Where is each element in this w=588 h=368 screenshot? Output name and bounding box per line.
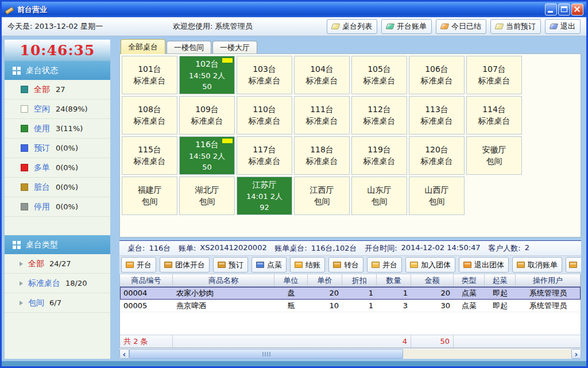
toolbar-button-checkout[interactable]: 结账 — [290, 257, 325, 273]
column-header-0[interactable]: 商品编号 — [120, 274, 173, 286]
status-item-all[interactable]: 全部27 — [5, 80, 110, 99]
table-cell-open-info: 14:01 2人 — [246, 191, 283, 202]
table-grid: 101台标准桌台102台14:50 2人50103台标准桌台104台标准桌台10… — [119, 53, 581, 237]
join-group-icon — [410, 262, 418, 268]
toolbar-button-label: 点菜 — [267, 260, 282, 270]
scroll-right-button[interactable]: › — [571, 349, 581, 359]
table-cell-104台[interactable]: 104台标准桌台 — [294, 56, 350, 94]
table-cell-107台[interactable]: 107台标准桌台 — [466, 56, 522, 94]
toolbar-button-cancel-bill[interactable]: 取消账单 — [512, 257, 562, 273]
column-header-5[interactable]: 数量 — [377, 274, 411, 286]
table-cell-安徽厅[interactable]: 安徽厅包间 — [466, 136, 522, 175]
table-cell-113台[interactable]: 113台标准桌台 — [409, 96, 465, 135]
table-cell-湖北厅[interactable]: 湖北厅包间 — [179, 177, 235, 215]
tab-all-tables[interactable]: 全部桌台 — [121, 39, 165, 54]
table-cell-109台[interactable]: 109台标准桌台 — [179, 96, 235, 135]
table-cell-103台[interactable]: 103台标准桌台 — [237, 56, 292, 94]
order-row-1[interactable]: 00005燕京啤酒瓶101330点菜即起系统管理员 — [120, 300, 581, 312]
status-item-disabled[interactable]: 停用0(0%) — [5, 197, 110, 217]
column-header-3[interactable]: 单价 — [308, 274, 342, 286]
table-cell-type: 标准桌台 — [421, 116, 453, 126]
column-header-2[interactable]: 单位 — [274, 274, 308, 286]
table-cell-108台[interactable]: 108台标准桌台 — [122, 96, 177, 135]
close-button[interactable] — [571, 3, 583, 16]
toolbar-button-open-table[interactable]: 开台 — [121, 257, 156, 273]
table-cell-101台[interactable]: 101台标准桌台 — [122, 56, 177, 94]
status-item-free[interactable]: 空闲24(89%) — [5, 99, 110, 119]
tab-floor1-hall[interactable]: 一楼大厅 — [212, 41, 257, 54]
sidebar-filler — [5, 313, 110, 359]
topbar-button-label: 退出 — [560, 21, 575, 32]
table-cell-117台[interactable]: 117台标准桌台 — [237, 136, 292, 175]
status-item-in-use[interactable]: 使用3(11%) — [5, 119, 110, 139]
table-cell-111台[interactable]: 111台标准桌台 — [294, 96, 350, 135]
toolbar-button-group-open[interactable]: 团体开台 — [160, 257, 210, 273]
toolbar-button-partial[interactable] — [566, 257, 581, 273]
table-cell-amount: 50 — [202, 163, 212, 171]
status-swatch-disabled — [21, 203, 28, 210]
table-cell-115台[interactable]: 115台标准桌台 — [122, 136, 177, 175]
table-cell-name: 118台 — [310, 145, 334, 155]
table-cell-name: 113台 — [425, 105, 448, 115]
table-cell-110台[interactable]: 110台标准桌台 — [237, 96, 292, 135]
minimize-button[interactable] — [545, 3, 557, 16]
order-row-0[interactable]: 00004农家小炒肉盘201120点菜即起系统管理员 — [120, 287, 581, 300]
type-item-all-types[interactable]: 全部24/27 — [5, 254, 110, 274]
scrollbar-thumb[interactable] — [129, 349, 403, 359]
table-cell-name: 104台 — [310, 64, 334, 75]
table-cell-120台[interactable]: 120台标准桌台 — [409, 136, 465, 175]
info-field-label: 账单桌台: — [274, 243, 307, 254]
topbar-button-exit[interactable]: 退出 — [545, 19, 581, 34]
toolbar-button-transfer-table[interactable]: 转台 — [328, 257, 363, 273]
status-item-multi-bill[interactable]: 多单0(0%) — [5, 158, 110, 178]
status-value: 3(11%) — [56, 124, 83, 133]
topbar-button-current-reservations[interactable]: 当前预订 — [490, 19, 541, 34]
column-header-9[interactable]: 操作用户 — [516, 274, 581, 286]
topbar-button-table-list[interactable]: 桌台列表 — [327, 19, 377, 34]
table-cell-102台[interactable]: 102台14:50 2人50 — [179, 56, 235, 94]
table-cell-119台[interactable]: 119台标准桌台 — [351, 136, 407, 175]
table-cell-118台[interactable]: 118台标准桌台 — [294, 136, 350, 175]
toolbar-button-reserve[interactable]: 预订 — [213, 257, 248, 273]
maximize-button[interactable] — [558, 3, 570, 16]
status-label: 多单 — [34, 163, 50, 173]
toolbar-button-join-group[interactable]: 加入团体 — [405, 257, 455, 273]
scroll-left-button[interactable]: ‹ — [119, 349, 129, 359]
arrow-right-icon — [20, 281, 23, 286]
table-cell-山西厅[interactable]: 山西厅包间 — [409, 177, 465, 215]
table-cell-105台[interactable]: 105台标准桌台 — [351, 56, 407, 94]
table-cell-江苏厅[interactable]: 江苏厅14:01 2人92 — [237, 177, 292, 215]
folder-icon — [569, 262, 577, 268]
status-item-reserved[interactable]: 预订0(0%) — [5, 139, 110, 158]
table-cell-116台[interactable]: 116台14:50 2人50 — [179, 136, 235, 175]
column-header-6[interactable]: 金额 — [411, 274, 454, 286]
app-pencil-icon — [5, 5, 14, 14]
table-cell-106台[interactable]: 106台标准桌台 — [409, 56, 465, 94]
toolbar-button-order-dishes[interactable]: 点菜 — [252, 257, 287, 273]
type-item-standard[interactable]: 标准桌台18/20 — [5, 274, 110, 293]
table-cell-amount: 92 — [260, 203, 269, 212]
toolbar-button-merge-table[interactable]: 并台 — [367, 257, 402, 273]
table-cell-江西厅[interactable]: 江西厅包间 — [294, 177, 350, 215]
table-cell-福建厅[interactable]: 福建厅包间 — [122, 177, 177, 215]
column-header-7[interactable]: 类型 — [454, 274, 485, 286]
toolbar-button-leave-group[interactable]: 退出团体 — [459, 257, 509, 273]
order-cell: 00005 — [120, 300, 173, 312]
linked-bill-marker — [222, 139, 233, 143]
column-header-8[interactable]: 起菜 — [485, 274, 516, 286]
scrollbar-track[interactable] — [129, 349, 571, 359]
table-cell-name: 114台 — [482, 105, 506, 115]
horizontal-scrollbar[interactable]: ‹ › — [119, 348, 581, 359]
table-cell-114台[interactable]: 114台标准桌台 — [466, 96, 522, 135]
topbar-button-open-bills[interactable]: 开台账单 — [381, 19, 432, 34]
table-cell-山东厅[interactable]: 山东厅包间 — [351, 177, 407, 215]
tab-floor1-rooms[interactable]: 一楼包间 — [167, 41, 211, 54]
toolbar-button-label: 退出团体 — [474, 260, 504, 270]
info-field-value: 116台 — [149, 243, 171, 254]
type-item-private-room[interactable]: 包间6/7 — [5, 293, 110, 313]
column-header-4[interactable]: 折扣 — [342, 274, 377, 286]
column-header-1[interactable]: 商品名称 — [173, 274, 274, 286]
status-item-dirty[interactable]: 脏台0(0%) — [5, 178, 110, 197]
table-cell-112台[interactable]: 112台标准桌台 — [351, 96, 407, 135]
topbar-button-settled-today[interactable]: 今日已结 — [436, 19, 486, 34]
